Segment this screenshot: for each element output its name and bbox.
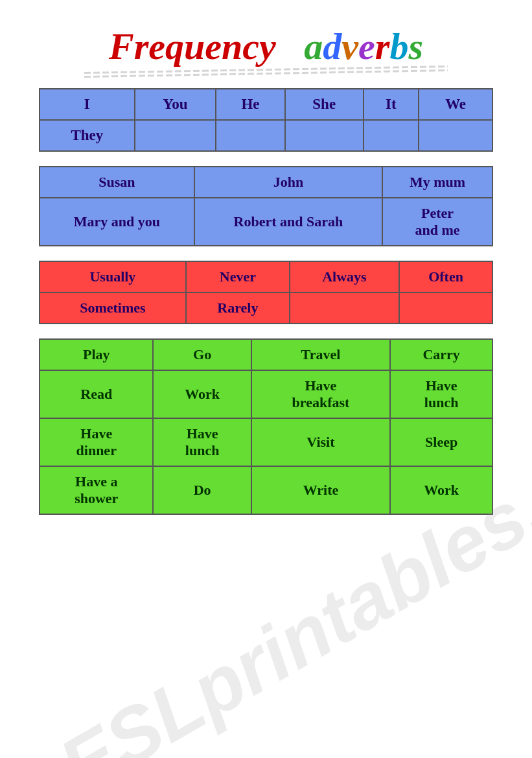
- title-char-e: e: [358, 25, 375, 67]
- name-section: Susan John My mum Mary and you Robert an…: [39, 166, 493, 246]
- verb-cell: Do: [153, 466, 251, 514]
- pronoun-table: I You He She It We They: [39, 88, 493, 152]
- verb-cell: Carry: [390, 339, 492, 370]
- adverb-table: Usually Never Always Often Sometimes Rar…: [39, 261, 493, 324]
- name-cell: Robert and Sarah: [194, 198, 382, 246]
- verb-table: Play Go Travel Carry Read Work Havebreak…: [39, 338, 493, 515]
- pronoun-cell: She: [285, 89, 364, 120]
- table-row: Mary and you Robert and Sarah Peterand m…: [40, 198, 492, 246]
- verb-cell: Havelunch: [390, 370, 492, 418]
- title-underline: [84, 69, 448, 74]
- table-row: Play Go Travel Carry: [40, 339, 492, 370]
- table-row: Havedinner Havelunch Visit Sleep: [40, 418, 492, 466]
- table-row: Susan John My mum: [40, 167, 492, 198]
- table-row: Read Work Havebreakfast Havelunch: [40, 370, 492, 418]
- table-row: Have ashower Do Write Work: [40, 466, 492, 514]
- table-row: Usually Never Always Often: [40, 261, 492, 292]
- title-frequency: Frequency: [109, 25, 276, 67]
- adverb-cell: Usually: [40, 261, 186, 292]
- verb-cell: Play: [40, 339, 153, 370]
- pronoun-cell: [419, 120, 492, 151]
- verb-cell: Work: [153, 370, 251, 418]
- pronoun-cell: I: [40, 89, 135, 120]
- verb-cell: Work: [390, 466, 492, 514]
- title-char-b: b: [389, 25, 408, 67]
- name-cell: My mum: [382, 167, 492, 198]
- page-title: Frequency adverbs: [39, 26, 493, 74]
- pronoun-cell: [216, 120, 285, 151]
- adverb-section: Usually Never Always Often Sometimes Rar…: [39, 261, 493, 324]
- title-char-r: r: [375, 25, 390, 67]
- verb-cell: Read: [40, 370, 153, 418]
- pronoun-cell: [135, 120, 216, 151]
- verb-cell: Havelunch: [153, 418, 251, 466]
- adverb-cell: Always: [290, 261, 399, 292]
- verb-cell: Travel: [251, 339, 390, 370]
- adverb-cell: Sometimes: [40, 292, 186, 324]
- adverb-cell: Never: [186, 261, 290, 292]
- title-char-a: a: [304, 25, 323, 67]
- adverb-cell: Often: [399, 261, 492, 292]
- pronoun-cell: [364, 120, 419, 151]
- pronoun-cell: He: [216, 89, 285, 120]
- verb-cell: Go: [153, 339, 251, 370]
- pronoun-cell: They: [40, 120, 135, 151]
- pronoun-cell: [285, 120, 364, 151]
- verb-cell: Sleep: [390, 418, 492, 466]
- table-row: They: [40, 120, 492, 151]
- pronoun-cell: You: [135, 89, 216, 120]
- verb-cell: Havedinner: [40, 418, 153, 466]
- table-row: Sometimes Rarely: [40, 292, 492, 324]
- title-char-s: s: [408, 25, 423, 67]
- verb-cell: Write: [251, 466, 390, 514]
- name-cell: Peterand me: [382, 198, 492, 246]
- title-char-d: d: [323, 25, 341, 67]
- name-cell: Mary and you: [40, 198, 194, 246]
- verb-section: Play Go Travel Carry Read Work Havebreak…: [39, 338, 493, 515]
- pronoun-section: I You He She It We They: [39, 88, 493, 152]
- title-char-v: v: [341, 25, 358, 67]
- table-row: I You He She It We: [40, 89, 492, 120]
- name-table: Susan John My mum Mary and you Robert an…: [39, 166, 493, 246]
- pronoun-cell: It: [364, 89, 419, 120]
- name-cell: Susan: [40, 167, 194, 198]
- verb-cell: Have ashower: [40, 466, 153, 514]
- name-cell: John: [194, 167, 382, 198]
- adverb-cell: Rarely: [186, 292, 290, 324]
- verb-cell: Visit: [251, 418, 390, 466]
- adverb-cell: [290, 292, 399, 324]
- verb-cell: Havebreakfast: [251, 370, 390, 418]
- adverb-cell: [399, 292, 492, 324]
- pronoun-cell: We: [419, 89, 492, 120]
